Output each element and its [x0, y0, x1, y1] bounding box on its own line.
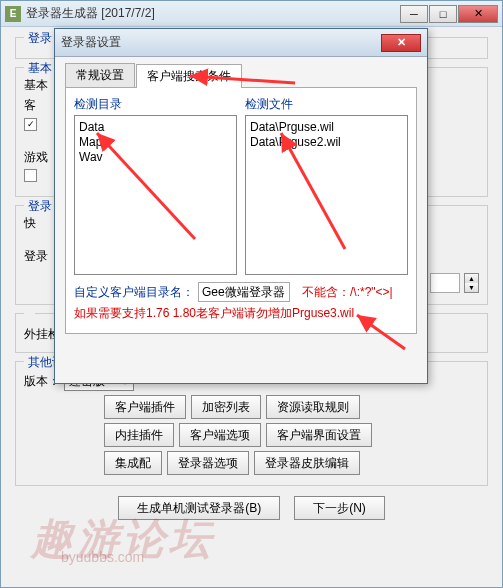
tab-search[interactable]: 客户端搜索条件	[136, 64, 242, 88]
resource-rules-button[interactable]: 资源读取规则	[266, 395, 360, 419]
client-options-button[interactable]: 客户端选项	[179, 423, 261, 447]
checkbox[interactable]: ✓	[24, 118, 37, 131]
field-label: 登录	[24, 248, 48, 265]
login-options-button[interactable]: 登录器选项	[167, 451, 249, 475]
custom-dir-label: 自定义客户端目录名：	[74, 284, 194, 301]
field-label: 快	[24, 215, 36, 232]
tab-bar: 常规设置 客户端搜索条件	[65, 63, 417, 88]
list-item[interactable]: Map	[79, 135, 232, 150]
watermark-sub: byuubbs.com	[61, 549, 144, 565]
list-item[interactable]: Wav	[79, 150, 232, 165]
next-button[interactable]: 下一步(N)	[294, 496, 385, 520]
list-item[interactable]: Data\Prguse2.wil	[250, 135, 403, 150]
close-button[interactable]: ✕	[458, 5, 498, 23]
maximize-button[interactable]: □	[429, 5, 457, 23]
invalid-chars-hint: 不能含：/\:*?"<>|	[302, 284, 393, 301]
field-label: 客	[24, 97, 36, 114]
warning-text: 如果需要支持1.76 1.80老客户端请勿增加Prguse3.wil	[74, 305, 354, 322]
tab-content: 检测目录 Data Map Wav 检测文件 Data\Prguse.wil D…	[65, 88, 417, 334]
group-label	[24, 306, 35, 320]
app-icon: E	[5, 6, 21, 22]
custom-dir-input[interactable]	[198, 282, 290, 302]
checkbox[interactable]	[24, 169, 37, 182]
group-label: 基本	[24, 60, 56, 77]
minimize-button[interactable]: ─	[400, 5, 428, 23]
spinner[interactable]: ▲▼	[464, 273, 479, 293]
skin-edit-button[interactable]: 登录器皮肤编辑	[254, 451, 360, 475]
app-title: 登录器生成器 [2017/7/2]	[26, 5, 399, 22]
dialog-title: 登录器设置	[61, 34, 381, 51]
detect-dir-label: 检测目录	[74, 96, 237, 113]
build-button[interactable]: 生成单机测试登录器(B)	[118, 496, 280, 520]
spin-input-3[interactable]	[430, 273, 460, 293]
dialog-close-button[interactable]: ✕	[381, 34, 421, 52]
group-label: 登录	[24, 30, 56, 47]
detect-file-label: 检测文件	[245, 96, 408, 113]
tab-general[interactable]: 常规设置	[65, 63, 135, 87]
compile-button[interactable]: 集成配	[104, 451, 162, 475]
inner-plugin-button[interactable]: 内挂插件	[104, 423, 174, 447]
field-label: 基本	[24, 77, 48, 94]
field-label	[41, 117, 44, 131]
list-item[interactable]: Data	[79, 120, 232, 135]
main-titlebar: E 登录器生成器 [2017/7/2] ─ □ ✕	[1, 1, 502, 27]
dialog-titlebar: 登录器设置 ✕	[55, 29, 427, 57]
encrypt-list-button[interactable]: 加密列表	[191, 395, 261, 419]
client-plugin-button[interactable]: 客户端插件	[104, 395, 186, 419]
settings-dialog: 登录器设置 ✕ 常规设置 客户端搜索条件 检测目录 Data Map Wav 检…	[54, 28, 428, 384]
detect-file-list[interactable]: Data\Prguse.wil Data\Prguse2.wil	[245, 115, 408, 275]
client-ui-settings-button[interactable]: 客户端界面设置	[266, 423, 372, 447]
detect-dir-list[interactable]: Data Map Wav	[74, 115, 237, 275]
group-label: 登录	[24, 198, 56, 215]
list-item[interactable]: Data\Prguse.wil	[250, 120, 403, 135]
field-label: 游戏	[24, 149, 48, 166]
